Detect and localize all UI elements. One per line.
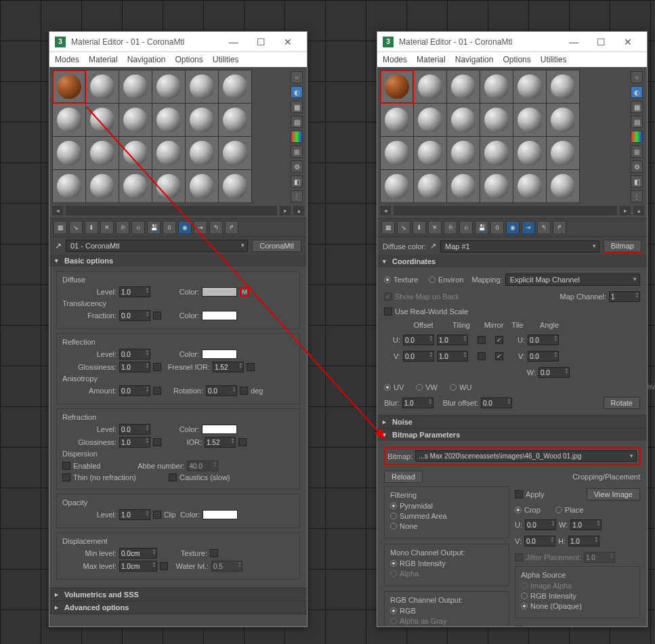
wu-radio[interactable] — [450, 384, 457, 391]
opacity-color-swatch[interactable] — [203, 510, 238, 519]
dispersion-enabled-checkbox[interactable] — [62, 462, 70, 470]
v-mirror-checkbox[interactable] — [478, 352, 486, 360]
close-button[interactable]: ✕ — [274, 37, 301, 47]
backlight-icon[interactable]: ◐ — [631, 86, 643, 98]
material-slot[interactable] — [381, 104, 413, 136]
titlebar[interactable]: 3 Material Editor - 01 - CoronaMtl — ☐ ✕ — [49, 32, 307, 52]
rgbint-radio[interactable] — [390, 560, 397, 567]
diffuse-color-swatch[interactable] — [202, 287, 237, 297]
material-slot[interactable] — [414, 70, 446, 103]
refr-gloss-spinner[interactable]: 1.0 — [119, 437, 150, 448]
menu-navigation[interactable]: Navigation — [455, 55, 494, 64]
crop-v-spinner[interactable]: 0.0 — [524, 536, 555, 546]
material-slot[interactable] — [480, 170, 513, 202]
put-to-scene-icon[interactable]: ↘ — [397, 221, 410, 234]
material-slot[interactable] — [480, 137, 513, 169]
u-mirror-checkbox[interactable] — [478, 336, 486, 344]
menu-options[interactable]: Options — [503, 55, 530, 64]
crop-h-spinner[interactable]: 1.0 — [568, 536, 599, 546]
material-slot[interactable] — [447, 170, 480, 202]
jitter-spinner[interactable]: 1.0 — [584, 552, 615, 563]
maximize-button[interactable]: ☐ — [587, 37, 614, 47]
go-parent-icon[interactable]: ↰ — [209, 221, 223, 234]
crop-radio[interactable] — [515, 507, 522, 513]
disp-max-spinner[interactable]: 1.0cm — [119, 561, 157, 572]
slot-scrollbar[interactable]: ◂▸▴ — [377, 206, 647, 218]
select-by-material-icon[interactable]: ◧ — [631, 175, 643, 188]
alpha-radio[interactable] — [390, 570, 397, 577]
material-slot[interactable] — [381, 170, 413, 202]
close-button[interactable]: ✕ — [614, 37, 641, 47]
apply-checkbox[interactable] — [515, 490, 523, 498]
summed-radio[interactable] — [390, 513, 397, 519]
maximize-button[interactable]: ☐ — [247, 37, 274, 47]
menu-options[interactable]: Options — [175, 55, 203, 64]
rgb-radio[interactable] — [390, 607, 397, 614]
sample-uv-icon[interactable]: ▤ — [631, 116, 643, 128]
minimize-button[interactable]: — — [220, 37, 247, 47]
u-tile-checkbox[interactable] — [495, 336, 503, 344]
u-offset-spinner[interactable]: 0.0 — [403, 335, 434, 345]
map-name-dropdown[interactable]: Map #1 — [440, 240, 599, 253]
v-tiling-spinner[interactable]: 1.0 — [437, 351, 468, 362]
go-forward-icon[interactable]: ↱ — [225, 221, 238, 234]
refr-color-swatch[interactable] — [202, 425, 237, 434]
blur-offset-spinner[interactable]: 0.0 — [481, 398, 512, 408]
material-slot-1[interactable] — [53, 70, 85, 103]
place-radio[interactable] — [555, 507, 562, 513]
mat-id-icon[interactable]: 0 — [163, 221, 176, 234]
v-tile-checkbox[interactable] — [495, 352, 503, 360]
titlebar[interactable]: 3 Material Editor - 01 - CoronaMtl — ☐ ✕ — [377, 32, 647, 52]
material-slot[interactable] — [381, 137, 413, 169]
w-angle-spinner[interactable]: 0.0 — [538, 367, 570, 378]
menu-utilities[interactable]: Utilities — [541, 55, 567, 64]
premult-checkbox[interactable] — [515, 626, 523, 626]
sample-type-icon[interactable]: ○ — [291, 71, 303, 83]
none-radio[interactable] — [390, 523, 397, 530]
make-unique-icon[interactable]: ⎌ — [459, 221, 473, 234]
assign-icon[interactable]: ⬇ — [85, 221, 98, 234]
v-offset-spinner[interactable]: 0.0 — [403, 351, 434, 362]
rollup-header[interactable]: Basic options — [49, 255, 307, 267]
material-name-dropdown[interactable]: 01 - CoronaMtl — [66, 240, 248, 252]
put-to-library-icon[interactable]: 💾 — [147, 221, 161, 234]
material-slot[interactable] — [186, 170, 218, 202]
slot-scrollbar[interactable]: ◂▸▴ — [49, 206, 307, 218]
material-slot[interactable] — [547, 104, 579, 136]
v-angle-spinner[interactable]: 0.0 — [528, 351, 559, 362]
translucency-fraction-spinner[interactable]: 0.0 — [119, 310, 150, 321]
view-image-button[interactable]: View Image — [587, 488, 640, 500]
assign-icon[interactable]: ⬇ — [413, 221, 426, 234]
material-slot[interactable] — [219, 70, 251, 103]
put-to-library-icon[interactable]: 💾 — [475, 221, 488, 234]
video-color-icon[interactable] — [631, 131, 643, 143]
show-map-checkbox[interactable] — [384, 293, 392, 301]
material-type-button[interactable]: CoronaMtl — [252, 240, 301, 252]
material-slot[interactable] — [186, 104, 218, 136]
options-icon[interactable]: ⚙ — [631, 160, 643, 173]
material-slot[interactable] — [119, 70, 152, 103]
refl-level-spinner[interactable]: 0.0 — [119, 349, 150, 360]
menu-material[interactable]: Material — [89, 55, 118, 64]
menu-modes[interactable]: Modes — [55, 55, 79, 64]
material-slot[interactable] — [53, 104, 85, 136]
none-opaque-radio[interactable] — [521, 603, 528, 609]
go-forward-icon[interactable]: ↱ — [553, 221, 566, 234]
u-angle-spinner[interactable]: 0.0 — [528, 335, 559, 345]
material-slot[interactable] — [152, 70, 185, 103]
material-slot[interactable] — [119, 170, 152, 202]
texture-radio[interactable] — [384, 276, 391, 283]
go-parent-icon[interactable]: ↰ — [537, 221, 551, 234]
environ-radio[interactable] — [429, 276, 436, 283]
thin-checkbox[interactable] — [62, 473, 70, 481]
mat-id-icon[interactable]: 0 — [490, 221, 504, 234]
diffuse-level-spinner[interactable]: 1.0 — [119, 286, 150, 297]
rotate-button[interactable]: Rotate — [604, 397, 640, 409]
reset-icon[interactable]: ✕ — [428, 221, 442, 234]
material-slot-1[interactable] — [381, 70, 413, 103]
material-slot[interactable] — [414, 137, 446, 169]
menu-utilities[interactable]: Utilities — [213, 55, 239, 64]
background-icon[interactable]: ▦ — [631, 101, 643, 113]
opacity-level-spinner[interactable]: 1.0 — [119, 509, 150, 520]
disp-min-spinner[interactable]: 0.0cm — [119, 548, 157, 559]
